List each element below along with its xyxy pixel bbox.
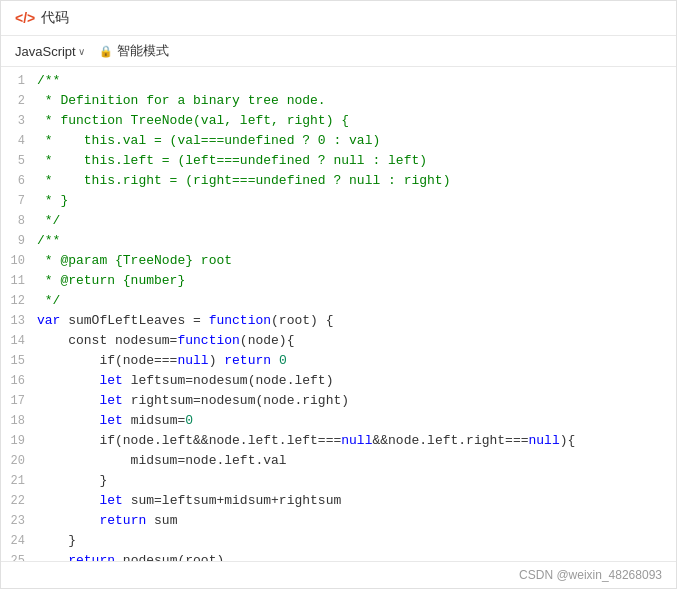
code-token: let: [99, 373, 122, 388]
code-token: [37, 413, 99, 428]
line-number: 21: [1, 471, 37, 491]
code-token: [37, 513, 99, 528]
code-line: 16 let leftsum=nodesum(node.left): [1, 371, 676, 391]
code-token: sumOfLeftLeaves =: [60, 313, 208, 328]
line-number: 15: [1, 351, 37, 371]
code-token: null: [341, 433, 372, 448]
line-content: let rightsum=nodesum(node.right): [37, 391, 676, 411]
line-number: 9: [1, 231, 37, 251]
code-token: 0: [279, 353, 287, 368]
toolbar: JavaScript ∨ 🔒 智能模式: [1, 36, 676, 67]
code-token: *: [37, 273, 60, 288]
code-token: }: [37, 533, 76, 548]
line-number: 5: [1, 151, 37, 171]
line-content: }: [37, 471, 676, 491]
line-number: 2: [1, 91, 37, 111]
line-number: 18: [1, 411, 37, 431]
line-content: }: [37, 531, 676, 551]
code-line: 5 * this.left = (left===undefined ? null…: [1, 151, 676, 171]
line-number: 4: [1, 131, 37, 151]
code-line: 3 * function TreeNode(val, left, right) …: [1, 111, 676, 131]
line-number: 24: [1, 531, 37, 551]
chevron-down-icon: ∨: [78, 46, 85, 57]
code-token: [37, 493, 99, 508]
watermark: CSDN @weixin_48268093: [519, 568, 662, 582]
smart-mode-label: 智能模式: [117, 42, 169, 60]
code-line: 10 * @param {TreeNode} root: [1, 251, 676, 271]
line-content: let sum=leftsum+midsum+rightsum: [37, 491, 676, 511]
code-line: 25 return nodesum(root): [1, 551, 676, 561]
code-token: midsum=: [123, 413, 185, 428]
line-content: if(node.left&&node.left.left===null&&nod…: [37, 431, 676, 451]
line-content: * this.left = (left===undefined ? null :…: [37, 151, 676, 171]
line-content: */: [37, 211, 676, 231]
code-token: [271, 353, 279, 368]
line-content: * this.right = (right===undefined ? null…: [37, 171, 676, 191]
code-token: return: [68, 553, 115, 561]
line-number: 12: [1, 291, 37, 311]
code-token: * }: [37, 193, 68, 208]
code-token: function: [177, 333, 239, 348]
code-token: &&node.left.right===: [372, 433, 528, 448]
code-token: null: [177, 353, 208, 368]
code-token: }: [37, 473, 107, 488]
code-token: leftsum=nodesum(node.left): [123, 373, 334, 388]
line-number: 22: [1, 491, 37, 511]
code-token: rightsum=nodesum(node.right): [123, 393, 349, 408]
code-line: 21 }: [1, 471, 676, 491]
code-token: null: [529, 433, 560, 448]
line-content: return nodesum(root): [37, 551, 676, 561]
code-token: * this.right = (right===undefined ? null…: [37, 173, 450, 188]
line-number: 10: [1, 251, 37, 271]
line-number: 20: [1, 451, 37, 471]
code-token: let: [99, 413, 122, 428]
line-number: 14: [1, 331, 37, 351]
line-content: let midsum=0: [37, 411, 676, 431]
code-line: 6 * this.right = (right===undefined ? nu…: [1, 171, 676, 191]
line-number: 16: [1, 371, 37, 391]
language-label: JavaScript: [15, 44, 76, 59]
line-number: 1: [1, 71, 37, 91]
code-line: 14 const nodesum=function(node){: [1, 331, 676, 351]
line-number: 17: [1, 391, 37, 411]
code-token: {number}: [115, 273, 185, 288]
code-line: 9/**: [1, 231, 676, 251]
code-token: (node){: [240, 333, 295, 348]
code-editor[interactable]: 1/**2 * Definition for a binary tree nod…: [1, 67, 676, 561]
code-token: *: [37, 253, 60, 268]
line-content: midsum=node.left.val: [37, 451, 676, 471]
code-token: const nodesum=: [37, 333, 177, 348]
line-content: * }: [37, 191, 676, 211]
line-content: return sum: [37, 511, 676, 531]
code-token: * function TreeNode(val, left, right) {: [37, 113, 349, 128]
code-token: if(node.left&&node.left.left===: [37, 433, 341, 448]
line-content: /**: [37, 231, 676, 251]
code-line: 23 return sum: [1, 511, 676, 531]
line-number: 19: [1, 431, 37, 451]
line-content: let leftsum=nodesum(node.left): [37, 371, 676, 391]
code-token: [37, 373, 99, 388]
code-line: 15 if(node===null) return 0: [1, 351, 676, 371]
code-token: {TreeNode} root: [107, 253, 232, 268]
language-selector[interactable]: JavaScript ∨: [15, 44, 85, 59]
code-token: /**: [37, 73, 60, 88]
line-content: var sumOfLeftLeaves = function(root) {: [37, 311, 676, 331]
code-token: * Definition for a binary tree node.: [37, 93, 326, 108]
code-token: if(node===: [37, 353, 177, 368]
code-line: 2 * Definition for a binary tree node.: [1, 91, 676, 111]
code-line: 20 midsum=node.left.val: [1, 451, 676, 471]
code-token: var: [37, 313, 60, 328]
code-line: 22 let sum=leftsum+midsum+rightsum: [1, 491, 676, 511]
code-token: return: [224, 353, 271, 368]
code-token: return: [99, 513, 146, 528]
line-number: 11: [1, 271, 37, 291]
code-token: [37, 553, 68, 561]
code-token: let: [99, 493, 122, 508]
code-token: [37, 393, 99, 408]
code-token: let: [99, 393, 122, 408]
code-line: 24 }: [1, 531, 676, 551]
code-line: 7 * }: [1, 191, 676, 211]
code-token: */: [37, 293, 60, 308]
code-line: 12 */: [1, 291, 676, 311]
code-token: */: [37, 213, 60, 228]
